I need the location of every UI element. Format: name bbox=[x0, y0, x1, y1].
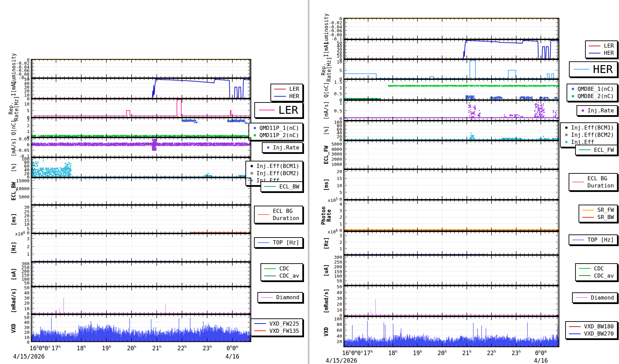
legend-label: CDC_av bbox=[279, 272, 299, 279]
right-vxd-axis-label: VXD bbox=[324, 327, 329, 336]
legend-line-marker bbox=[572, 182, 584, 182]
legend-entry: SR_BW bbox=[582, 214, 614, 221]
legend-line-marker bbox=[259, 110, 275, 110]
legend-label: SR_BW bbox=[597, 214, 614, 221]
left-ua-tick: 50 bbox=[10, 281, 29, 285]
legend-entry: VXD_BW270 bbox=[569, 330, 614, 337]
left-xaxis-label: 16h0m0s bbox=[29, 343, 50, 352]
left-q-nc-legend: QMD11P_1(nC)QMD11P_2(nC) bbox=[248, 123, 303, 141]
left-xaxis-label: 19h bbox=[102, 343, 111, 352]
left-plot-ecl-bw bbox=[31, 178, 251, 205]
right-ms-legend: ECL BGDuration bbox=[569, 173, 618, 191]
legend-square-marker bbox=[251, 172, 253, 174]
legend-label: QMD11P_2(nC) bbox=[259, 132, 299, 139]
left-date-end: 4/16 bbox=[225, 353, 239, 360]
right-plot-ma-s bbox=[343, 100, 559, 121]
legend-line-marker bbox=[576, 297, 587, 298]
right-date-start: 4/15/2026 bbox=[326, 357, 357, 364]
legend-line-marker bbox=[582, 210, 594, 210]
legend-label: Inj.Eff(BCM1) bbox=[571, 124, 614, 131]
right-photon-rate-exp-label: x105 bbox=[328, 197, 338, 203]
right-i-ma-axis-label: I[mA] bbox=[324, 41, 329, 57]
right-vxd-legend: VXD_BW180VXD_BW270 bbox=[565, 321, 618, 339]
left-xaxis-label: 23h bbox=[203, 343, 212, 352]
left-top-hz-tick: 3 bbox=[10, 236, 29, 241]
legend-label-line: Duration bbox=[273, 215, 299, 222]
right-inj-eff-pct-axis-label: [%] bbox=[324, 126, 329, 135]
legend-label: Inj.Eff(BCM2) bbox=[256, 170, 299, 177]
legend-entry: Inj.Rate bbox=[580, 107, 614, 114]
legend-label-line: ECL BG bbox=[273, 207, 299, 215]
legend-entry: QMD8E_2(nC) bbox=[570, 93, 614, 100]
left-ms-axis-label: [ms] bbox=[11, 213, 16, 225]
right-xaxis-label: 0h0m bbox=[535, 348, 547, 356]
legend-entry: TOP [Hz] bbox=[572, 236, 614, 243]
legend-label: Diamond bbox=[276, 294, 299, 301]
legend-line-marker bbox=[264, 268, 276, 269]
right-xaxis-label: 20h bbox=[438, 348, 447, 356]
legend-entry: LER bbox=[259, 104, 298, 117]
legend-entry: Diamond bbox=[576, 294, 614, 301]
legend-label: ECL BGDuration bbox=[273, 207, 299, 222]
legend-entry: HER bbox=[274, 93, 299, 100]
legend-label: VXD_FW225 bbox=[269, 320, 299, 327]
legend-line-marker bbox=[569, 333, 581, 334]
legend-line-marker bbox=[264, 276, 276, 276]
left-ecl-bw-axis-label: ECL_BW bbox=[11, 182, 16, 201]
legend-entry: HER bbox=[574, 63, 613, 76]
left-plot-inj-eff-pct bbox=[31, 157, 251, 178]
right-plot-q-nc bbox=[343, 79, 559, 100]
legend-dot-marker bbox=[565, 141, 568, 143]
legend-label: QMD8E_2(nC) bbox=[578, 93, 614, 100]
left-plot-top-hz bbox=[31, 233, 251, 262]
right-top-hz-legend: TOP [Hz] bbox=[569, 234, 618, 245]
right-plot-ecl-fw bbox=[343, 141, 559, 169]
right-xaxis-label: 16h0m0s bbox=[342, 348, 363, 356]
legend-entry: VXD_BW180 bbox=[569, 323, 614, 330]
legend-label: HER bbox=[289, 93, 299, 100]
legend-label: Inj.Eff(BCM2) bbox=[571, 131, 614, 138]
legend-entry: LER bbox=[589, 42, 614, 49]
left-vxd-tick: 10 bbox=[10, 335, 29, 340]
left-plot-ms bbox=[31, 205, 251, 233]
left-top-hz-exp-label: x106 bbox=[15, 230, 25, 236]
legend-entry: ECL BGDuration bbox=[572, 175, 614, 189]
right-vxd-tick: 20 bbox=[323, 339, 342, 344]
right-xaxis-label: 22h bbox=[487, 348, 496, 356]
legend-dot-marker bbox=[565, 126, 568, 129]
right-xaxis-label: 18h bbox=[388, 348, 398, 356]
right-ecl-fw-legend: ECL_FW bbox=[575, 145, 618, 155]
left-rep-rate-axis-label: Rep. Rate[Hz] bbox=[8, 96, 19, 120]
right-vxd-tick: 80 bbox=[323, 322, 342, 327]
right-photon-rate-axis-label: Photon Rate bbox=[321, 206, 332, 225]
left-date-start: 4/15/2026 bbox=[13, 353, 45, 360]
legend-dot-marker bbox=[267, 146, 269, 149]
legend-label: HER bbox=[604, 49, 614, 57]
left-ua-legend: CDCCDC_av bbox=[260, 263, 303, 281]
left-vxd-tick: 50 bbox=[10, 315, 29, 320]
right-q-nc-legend: QMD8E_1(nC)QMD8E_2(nC) bbox=[567, 84, 618, 101]
legend-dot-marker bbox=[254, 134, 256, 136]
right-rep-rate-legend: HER bbox=[569, 61, 618, 77]
legend-label: TOP [Hz] bbox=[587, 236, 614, 243]
legend-entry: ECL_FW bbox=[579, 146, 614, 154]
legend-label: LER bbox=[604, 42, 614, 49]
left-ma-s-axis-label: [mA/s] bbox=[11, 138, 16, 157]
left-ua-axis-label: [uA] bbox=[11, 268, 16, 280]
legend-label: HER bbox=[593, 63, 613, 76]
left-q-nc-axis-label: Q[nC] bbox=[11, 120, 16, 135]
legend-label: TOP [Hz] bbox=[273, 239, 299, 246]
left-top-hz-axis-label: [Hz] bbox=[11, 241, 16, 254]
legend-entry: Inj.Eff(BCM1) bbox=[249, 162, 299, 170]
legend-dot-marker bbox=[572, 95, 574, 97]
right-vxd-tick: 100 bbox=[323, 317, 342, 321]
legend-line-marker bbox=[258, 242, 269, 243]
right-plot-rep-rate bbox=[343, 59, 559, 79]
legend-line-marker bbox=[579, 149, 591, 150]
right-xaxis-label: 17h bbox=[364, 348, 373, 356]
legend-entry: VXD_FW135 bbox=[254, 327, 299, 335]
left-ecl-bw-legend: ECL_BW bbox=[260, 181, 303, 192]
left-plot-q-nc bbox=[31, 118, 251, 137]
left-plot-ma-s bbox=[31, 137, 251, 157]
legend-line-marker bbox=[582, 217, 594, 218]
